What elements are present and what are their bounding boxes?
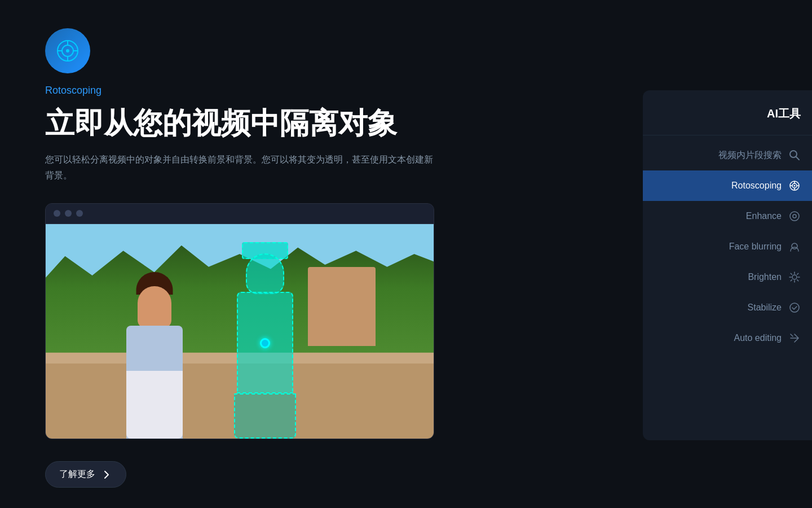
roto-body <box>237 292 293 393</box>
svg-point-7 <box>790 151 797 157</box>
window-dot-1 <box>54 210 60 217</box>
svg-point-10 <box>794 185 796 187</box>
logo-circle <box>45 28 90 73</box>
auto-editing-label: Auto editing <box>734 333 782 343</box>
person1 <box>104 247 205 439</box>
stabilize-icon <box>788 301 801 314</box>
chevron-right-icon <box>101 469 112 480</box>
sidebar-item-rotoscoping[interactable]: Rotoscoping <box>643 170 812 201</box>
description: 您可以轻松分离视频中的对象并自由转换前景和背景。您可以将其变为透明，甚至使用文本… <box>45 152 440 182</box>
sidebar-item-stabilize[interactable]: Stabilize <box>643 292 812 323</box>
brighten-label: Brighten <box>748 272 782 282</box>
rotoscoping-icon <box>788 179 801 192</box>
sidebar-item-brighten[interactable]: Brighten <box>643 262 812 292</box>
svg-line-24 <box>797 280 798 281</box>
auto-editing-icon <box>788 332 801 344</box>
roto-head-container <box>242 242 288 293</box>
svg-line-25 <box>797 273 798 274</box>
rotoscoping-logo-icon <box>55 38 80 63</box>
sidebar-item-enhance[interactable]: Enhance <box>643 201 812 231</box>
sidebar-title: AI工具 <box>643 106 812 135</box>
sidebar-item-auto-editing[interactable]: Auto editing <box>643 323 812 353</box>
rotoscoping-label: Rotoscoping <box>731 181 782 191</box>
svg-point-27 <box>790 303 799 312</box>
learn-more-button[interactable]: 了解更多 <box>45 461 126 488</box>
video-search-label: 视频内片段搜索 <box>718 150 782 161</box>
person1-pants <box>126 371 183 439</box>
window-dot-3 <box>76 210 83 217</box>
enhance-label: Enhance <box>746 211 782 221</box>
svg-line-28 <box>791 334 793 336</box>
person2-rotoscoped <box>209 235 321 439</box>
face-blurring-icon <box>788 240 801 253</box>
learn-more-label: 了解更多 <box>59 468 95 480</box>
roto-figure <box>226 235 304 439</box>
roto-pants <box>234 393 296 439</box>
roto-control-point-middle <box>260 338 270 348</box>
window-dot-2 <box>65 210 72 217</box>
person1-head <box>138 286 171 329</box>
search-icon <box>788 149 801 161</box>
sidebar-item-face-blurring[interactable]: Face blurring <box>643 231 812 262</box>
svg-point-15 <box>790 212 799 221</box>
sidebar: AI工具 视频内片段搜索 Rotoscoping Enhance Face bl <box>643 90 812 440</box>
window-titlebar <box>46 204 434 224</box>
svg-line-26 <box>791 280 792 281</box>
main-content: Rotoscoping 立即从您的视频中隔离对象 您可以轻松分离视频中的对象并自… <box>0 0 570 508</box>
preview-window <box>45 203 434 439</box>
svg-point-2 <box>66 49 69 52</box>
main-title: 立即从您的视频中隔离对象 <box>45 106 524 141</box>
sidebar-item-video-search[interactable]: 视频内片段搜索 <box>643 140 812 170</box>
svg-line-23 <box>791 273 792 274</box>
video-scene <box>46 224 434 439</box>
stabilize-label: Stabilize <box>748 303 782 313</box>
brighten-icon <box>788 271 801 283</box>
feature-label: Rotoscoping <box>45 85 524 97</box>
svg-point-16 <box>793 214 796 218</box>
enhance-icon <box>788 210 801 222</box>
svg-point-18 <box>792 275 797 279</box>
video-preview <box>46 224 434 439</box>
face-blurring-label: Face blurring <box>729 242 782 252</box>
roto-head <box>246 253 284 294</box>
